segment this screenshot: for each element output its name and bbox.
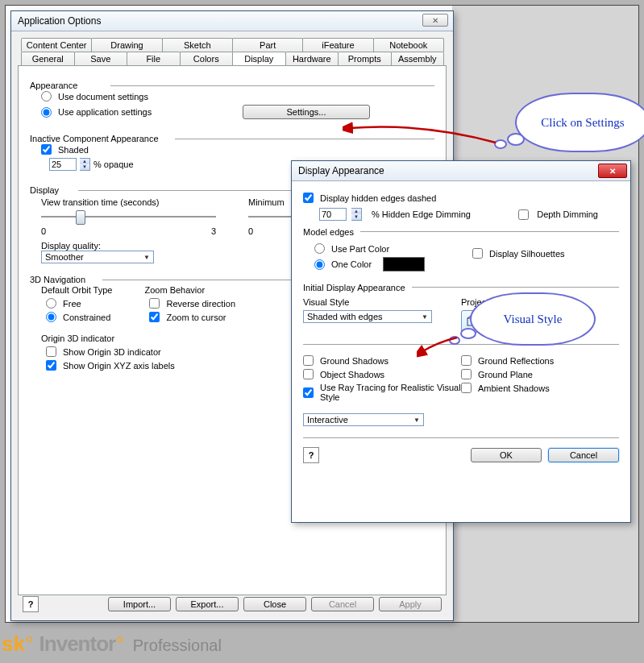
display-appearance-dialog: Display Appearance ✕ Display hidden edge… [291,160,631,523]
raytrace-check[interactable] [303,387,314,398]
disp-app-titlebar: Display Appearance ✕ [292,161,630,181]
reverse-label: Reverse direction [166,299,235,309]
callout-bubble [494,139,507,149]
callout-settings: Click on Settings [515,93,644,152]
object-shadows-label: Object Shadows [320,370,384,379]
quality-value: Smoother [45,252,84,262]
ambient-label: Ambient Shadows [478,383,550,393]
shaded-check[interactable] [41,144,52,155]
visual-style-combo[interactable]: Shaded with edges ▼ [303,310,432,323]
disp-app-title: Display Appearance [298,165,384,176]
callout-bubble [507,133,525,146]
one-color-radio[interactable] [314,259,325,270]
model-edges-label: Model edges [303,227,354,237]
brand-professional: Professional [133,636,222,654]
callout-settings-text: Click on Settings [541,116,624,130]
depth-dim-check[interactable] [518,209,529,220]
ground-plane-check[interactable] [461,369,472,379]
tab-colors[interactable]: Colors [180,52,234,65]
hidden-dim-label: % Hidden Edge Dimming [372,209,471,219]
tab-file[interactable]: File [127,52,181,65]
show-xyz-check[interactable] [46,360,56,371]
free-radio[interactable] [46,298,56,309]
edge-color-swatch[interactable] [383,257,425,271]
callout-visual: Visual Style [470,292,596,346]
ambient-check[interactable] [461,383,472,393]
raytrace-label: Use Ray Tracing for Realistic Visual Sty… [320,383,461,402]
depth-dim-label: Depth Dimming [537,209,598,219]
visual-style-label: Visual Style [303,297,461,307]
scale2-left: 0 [248,226,253,236]
silhouettes-label: Display Silhouettes [489,249,565,259]
hidden-dashed-check[interactable] [303,193,314,203]
show-origin-label: Show Origin 3D indicator [63,347,161,357]
ground-shadows-label: Ground Shadows [320,356,388,366]
scale-right: 3 [211,226,216,236]
ok-button[interactable]: OK [471,448,542,462]
tab-save[interactable]: Save [74,52,128,65]
tab-notebook[interactable]: Notebook [373,38,444,52]
callout-bubble [449,336,460,345]
settings-button[interactable]: Settings... [243,105,370,119]
tab-content-center[interactable]: Content Center [21,38,92,52]
orbit-label: Default Orbit Type [41,285,112,295]
help-icon[interactable]: ? [303,447,319,463]
opaque-spinner[interactable]: ▲▼ [80,158,90,171]
show-xyz-label: Show Origin XYZ axis labels [63,361,175,371]
interactive-value: Interactive [307,415,348,425]
interactive-combo[interactable]: Interactive ▼ [303,413,424,426]
tab-display[interactable]: Display [232,52,286,65]
brand-footer: sk° Inventor° Professional [2,632,222,657]
tab-ifeature[interactable]: iFeature [302,38,373,52]
reverse-check[interactable] [149,298,160,309]
initial-label: Initial Display Appearance [303,283,405,292]
tab-sketch[interactable]: Sketch [162,38,233,52]
tab-drawing[interactable]: Drawing [91,38,162,52]
app-opts-titlebar: Application Options ✕ [11,11,453,31]
export-button[interactable]: Export... [176,597,239,611]
one-color-label: One Color [331,259,372,269]
brand-sk: sk [2,632,25,656]
constrained-label: Constrained [63,313,110,322]
use-doc-settings-radio[interactable] [41,91,52,102]
constrained-radio[interactable] [46,312,56,322]
help-icon[interactable]: ? [23,596,39,612]
tab-hardware[interactable]: Hardware [285,52,339,65]
free-label: Free [63,299,81,309]
close-icon[interactable]: ✕ [598,164,627,178]
silhouettes-check[interactable] [472,248,483,259]
brand-inventor: Inventor [39,632,116,656]
opaque-label: % opaque [93,160,134,169]
show-origin-check[interactable] [46,346,56,357]
cursor-check[interactable] [149,312,160,322]
ground-refl-label: Ground Reflections [478,356,554,366]
apply-button[interactable]: Apply [379,597,442,611]
ground-refl-check[interactable] [461,355,472,366]
opaque-input[interactable] [49,158,77,171]
shaded-label: Shaded [58,145,89,155]
import-button[interactable]: Import... [108,597,171,611]
use-part-color-radio[interactable] [314,243,325,254]
hidden-dashed-label: Display hidden edges dashed [320,193,436,203]
app-opts-title: Application Options [18,15,101,27]
tab-general[interactable]: General [21,52,75,65]
close-dialog-button[interactable]: Close [243,597,306,611]
cancel-button[interactable]: Cancel [548,448,619,462]
view-trans-slider[interactable] [41,209,216,225]
object-shadows-check[interactable] [303,369,314,379]
zoom-label: Zoom Behavior [144,285,235,295]
callout-bubble [460,328,476,339]
tab-assembly[interactable]: Assembly [391,52,445,65]
close-button[interactable]: ✕ [422,14,448,27]
ground-plane-label: Ground Plane [478,370,533,379]
tab-prompts[interactable]: Prompts [338,52,392,65]
callout-visual-text: Visual Style [504,313,563,326]
ground-shadows-check[interactable] [303,355,314,366]
tab-part[interactable]: Part [232,38,303,52]
quality-combo[interactable]: Smoother ▼ [41,251,154,263]
cancel-dialog-button[interactable]: Cancel [311,597,374,611]
hidden-dim-input[interactable] [319,208,347,221]
use-app-settings-radio[interactable] [41,107,52,118]
scale-left: 0 [41,226,46,236]
hidden-dim-spinner[interactable]: ▲▼ [351,208,362,221]
